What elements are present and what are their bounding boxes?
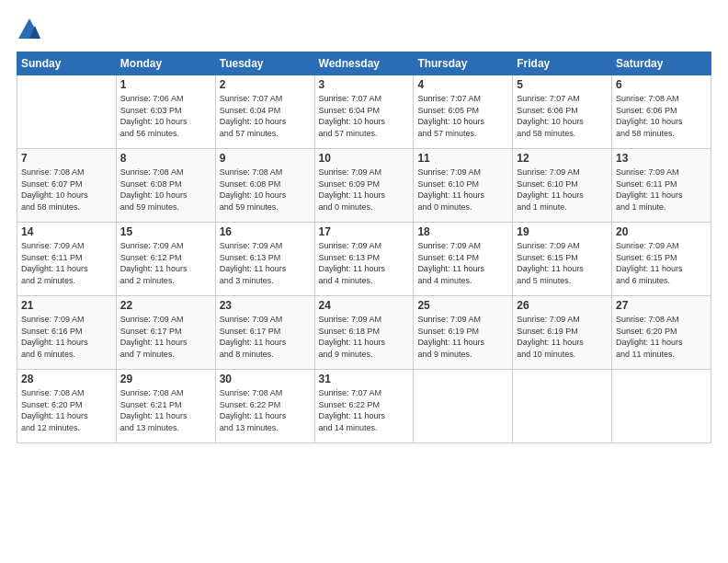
calendar-day-cell: 9Sunrise: 7:08 AM Sunset: 6:08 PM Daylig… (215, 149, 314, 223)
day-number: 1 (120, 78, 211, 91)
calendar-day-cell: 24Sunrise: 7:09 AM Sunset: 6:18 PM Dayli… (314, 296, 414, 370)
calendar-day-cell: 7Sunrise: 7:08 AM Sunset: 6:07 PM Daylig… (17, 149, 117, 223)
day-number: 31 (319, 373, 410, 385)
day-number: 16 (220, 225, 311, 238)
day-info: Sunrise: 7:08 AM Sunset: 6:21 PM Dayligh… (120, 387, 211, 433)
day-number: 10 (319, 152, 410, 165)
day-number: 12 (517, 152, 608, 165)
day-info: Sunrise: 7:07 AM Sunset: 6:04 PM Dayligh… (220, 93, 311, 139)
day-info: Sunrise: 7:09 AM Sunset: 6:15 PM Dayligh… (517, 240, 608, 286)
day-number: 24 (319, 299, 410, 312)
day-info: Sunrise: 7:08 AM Sunset: 6:08 PM Dayligh… (120, 167, 211, 213)
day-number: 18 (417, 225, 508, 238)
calendar-table: SundayMondayTuesdayWednesdayThursdayFrid… (17, 52, 711, 443)
logo-icon (17, 17, 42, 42)
day-info: Sunrise: 7:08 AM Sunset: 6:07 PM Dayligh… (21, 167, 112, 213)
day-info: Sunrise: 7:09 AM Sunset: 6:19 PM Dayligh… (517, 314, 608, 360)
calendar-day-cell: 23Sunrise: 7:09 AM Sunset: 6:17 PM Dayli… (215, 296, 314, 370)
weekday-header: Monday (116, 52, 215, 75)
day-number: 15 (120, 225, 211, 238)
day-info: Sunrise: 7:08 AM Sunset: 6:20 PM Dayligh… (21, 387, 112, 433)
day-info: Sunrise: 7:09 AM Sunset: 6:09 PM Dayligh… (319, 167, 410, 213)
day-number: 23 (220, 299, 311, 312)
calendar-day-cell: 13Sunrise: 7:09 AM Sunset: 6:11 PM Dayli… (612, 149, 711, 223)
calendar-day-cell (17, 75, 117, 149)
calendar-day-cell: 11Sunrise: 7:09 AM Sunset: 6:10 PM Dayli… (414, 149, 513, 223)
day-info: Sunrise: 7:07 AM Sunset: 6:22 PM Dayligh… (319, 387, 410, 433)
day-info: Sunrise: 7:08 AM Sunset: 6:06 PM Dayligh… (616, 93, 707, 139)
day-info: Sunrise: 7:09 AM Sunset: 6:16 PM Dayligh… (21, 314, 112, 360)
day-info: Sunrise: 7:09 AM Sunset: 6:15 PM Dayligh… (616, 240, 707, 286)
day-number: 3 (319, 78, 410, 91)
day-info: Sunrise: 7:06 AM Sunset: 6:03 PM Dayligh… (120, 93, 211, 139)
calendar-day-cell: 25Sunrise: 7:09 AM Sunset: 6:19 PM Dayli… (414, 296, 513, 370)
weekday-header: Sunday (17, 52, 117, 75)
page: SundayMondayTuesdayWednesdayThursdayFrid… (0, 0, 728, 453)
calendar-day-cell: 14Sunrise: 7:09 AM Sunset: 6:11 PM Dayli… (17, 223, 117, 296)
calendar-day-cell: 6Sunrise: 7:08 AM Sunset: 6:06 PM Daylig… (612, 75, 711, 149)
day-info: Sunrise: 7:09 AM Sunset: 6:11 PM Dayligh… (21, 240, 112, 286)
calendar-day-cell: 15Sunrise: 7:09 AM Sunset: 6:12 PM Dayli… (116, 223, 215, 296)
calendar-day-cell (513, 370, 612, 443)
day-info: Sunrise: 7:07 AM Sunset: 6:06 PM Dayligh… (517, 93, 608, 139)
calendar-week-row: 21Sunrise: 7:09 AM Sunset: 6:16 PM Dayli… (17, 296, 711, 370)
calendar-day-cell: 12Sunrise: 7:09 AM Sunset: 6:10 PM Dayli… (513, 149, 612, 223)
day-info: Sunrise: 7:09 AM Sunset: 6:13 PM Dayligh… (220, 240, 311, 286)
day-info: Sunrise: 7:09 AM Sunset: 6:19 PM Dayligh… (417, 314, 508, 360)
calendar-day-cell: 27Sunrise: 7:08 AM Sunset: 6:20 PM Dayli… (612, 296, 711, 370)
day-number: 27 (616, 299, 707, 312)
day-number: 13 (616, 152, 707, 165)
day-number: 7 (21, 152, 112, 165)
calendar-week-row: 7Sunrise: 7:08 AM Sunset: 6:07 PM Daylig… (17, 149, 711, 223)
calendar-day-cell: 17Sunrise: 7:09 AM Sunset: 6:13 PM Dayli… (314, 223, 414, 296)
day-number: 30 (220, 373, 311, 385)
calendar-day-cell: 8Sunrise: 7:08 AM Sunset: 6:08 PM Daylig… (116, 149, 215, 223)
day-number: 5 (517, 78, 608, 91)
day-number: 26 (517, 299, 608, 312)
day-number: 2 (220, 78, 311, 91)
day-info: Sunrise: 7:07 AM Sunset: 6:04 PM Dayligh… (319, 93, 410, 139)
calendar-day-cell: 3Sunrise: 7:07 AM Sunset: 6:04 PM Daylig… (314, 75, 414, 149)
logo (17, 17, 44, 42)
calendar-day-cell: 28Sunrise: 7:08 AM Sunset: 6:20 PM Dayli… (17, 370, 117, 443)
day-number: 29 (120, 373, 211, 385)
day-number: 11 (417, 152, 508, 165)
calendar-day-cell: 31Sunrise: 7:07 AM Sunset: 6:22 PM Dayli… (314, 370, 414, 443)
day-number: 8 (120, 152, 211, 165)
weekday-header-row: SundayMondayTuesdayWednesdayThursdayFrid… (17, 52, 711, 75)
calendar-day-cell: 16Sunrise: 7:09 AM Sunset: 6:13 PM Dayli… (215, 223, 314, 296)
day-info: Sunrise: 7:09 AM Sunset: 6:18 PM Dayligh… (319, 314, 410, 360)
calendar-day-cell: 19Sunrise: 7:09 AM Sunset: 6:15 PM Dayli… (513, 223, 612, 296)
calendar-day-cell: 20Sunrise: 7:09 AM Sunset: 6:15 PM Dayli… (612, 223, 711, 296)
calendar-day-cell: 5Sunrise: 7:07 AM Sunset: 6:06 PM Daylig… (513, 75, 612, 149)
day-info: Sunrise: 7:08 AM Sunset: 6:20 PM Dayligh… (616, 314, 707, 360)
day-number: 9 (220, 152, 311, 165)
header (17, 17, 711, 42)
weekday-header: Saturday (612, 52, 711, 75)
day-number: 25 (417, 299, 508, 312)
day-number: 21 (21, 299, 112, 312)
calendar-day-cell (414, 370, 513, 443)
day-info: Sunrise: 7:07 AM Sunset: 6:05 PM Dayligh… (417, 93, 508, 139)
calendar-day-cell: 2Sunrise: 7:07 AM Sunset: 6:04 PM Daylig… (215, 75, 314, 149)
day-number: 28 (21, 373, 112, 385)
day-info: Sunrise: 7:09 AM Sunset: 6:17 PM Dayligh… (220, 314, 311, 360)
day-info: Sunrise: 7:09 AM Sunset: 6:13 PM Dayligh… (319, 240, 410, 286)
weekday-header: Wednesday (314, 52, 414, 75)
weekday-header: Tuesday (215, 52, 314, 75)
calendar-day-cell: 29Sunrise: 7:08 AM Sunset: 6:21 PM Dayli… (116, 370, 215, 443)
day-info: Sunrise: 7:09 AM Sunset: 6:10 PM Dayligh… (417, 167, 508, 213)
day-info: Sunrise: 7:09 AM Sunset: 6:14 PM Dayligh… (417, 240, 508, 286)
calendar-week-row: 28Sunrise: 7:08 AM Sunset: 6:20 PM Dayli… (17, 370, 711, 443)
day-number: 17 (319, 225, 410, 238)
calendar-day-cell: 26Sunrise: 7:09 AM Sunset: 6:19 PM Dayli… (513, 296, 612, 370)
day-info: Sunrise: 7:08 AM Sunset: 6:22 PM Dayligh… (220, 387, 311, 433)
day-info: Sunrise: 7:08 AM Sunset: 6:08 PM Dayligh… (220, 167, 311, 213)
calendar-day-cell: 1Sunrise: 7:06 AM Sunset: 6:03 PM Daylig… (116, 75, 215, 149)
calendar-day-cell: 21Sunrise: 7:09 AM Sunset: 6:16 PM Dayli… (17, 296, 117, 370)
calendar-day-cell: 22Sunrise: 7:09 AM Sunset: 6:17 PM Dayli… (116, 296, 215, 370)
calendar-day-cell: 4Sunrise: 7:07 AM Sunset: 6:05 PM Daylig… (414, 75, 513, 149)
day-info: Sunrise: 7:09 AM Sunset: 6:12 PM Dayligh… (120, 240, 211, 286)
day-info: Sunrise: 7:09 AM Sunset: 6:11 PM Dayligh… (616, 167, 707, 213)
calendar-week-row: 14Sunrise: 7:09 AM Sunset: 6:11 PM Dayli… (17, 223, 711, 296)
